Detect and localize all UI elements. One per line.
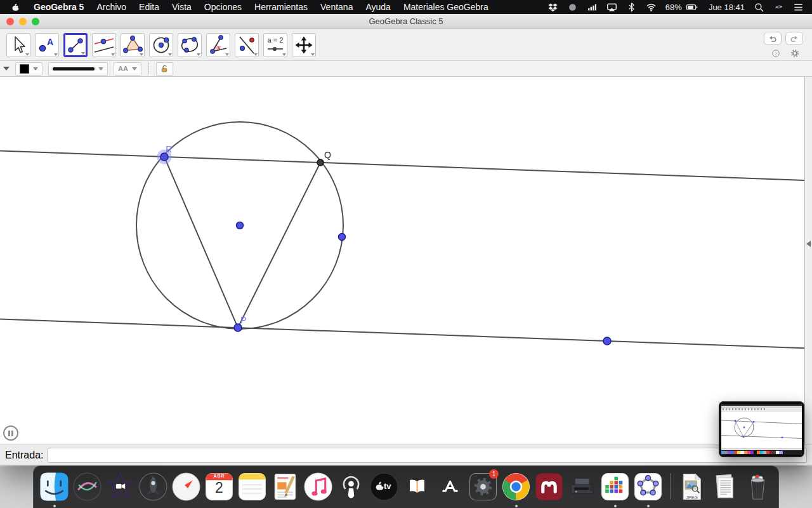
menu-herramientas[interactable]: Herramientas: [248, 2, 314, 12]
wifi-icon[interactable]: [641, 2, 661, 13]
menu-edita[interactable]: Edita: [133, 2, 166, 12]
menu-archivo[interactable]: Archivo: [90, 2, 133, 12]
line-through-P[interactable]: [0, 319, 804, 349]
dock-mendeley[interactable]: [534, 471, 565, 502]
point-on-lower-line[interactable]: [603, 337, 611, 345]
redo-button[interactable]: [785, 32, 803, 45]
tool-slider[interactable]: [263, 33, 287, 57]
point-Q[interactable]: [317, 159, 324, 166]
tool-point[interactable]: [35, 33, 59, 57]
dock-podcasts[interactable]: [336, 471, 367, 502]
label-style-button[interactable]: AA: [114, 62, 141, 76]
dock-trash[interactable]: [742, 471, 773, 502]
airplay-icon[interactable]: [602, 2, 622, 13]
dock-safari[interactable]: [171, 471, 202, 502]
panel-expand-arrow-icon[interactable]: [806, 241, 811, 247]
tool-reflect[interactable]: [235, 33, 259, 57]
menu-vista[interactable]: Vista: [166, 2, 198, 12]
tool-dropdown-caret: [81, 52, 85, 55]
dock-notes[interactable]: [237, 471, 268, 502]
status-dot-icon[interactable]: [563, 2, 582, 13]
menubar-clock[interactable]: Jue 18:41: [704, 3, 749, 12]
dock-launchpad[interactable]: [138, 471, 169, 502]
menu-ayuda[interactable]: Ayuda: [359, 2, 396, 12]
label-P: P: [240, 315, 246, 325]
lock-object-button[interactable]: [156, 62, 173, 76]
window-title-bar[interactable]: GeoGebra Classic 5: [0, 14, 812, 29]
tool-dropdown-caret: [140, 53, 143, 56]
color-picker-button[interactable]: [15, 62, 43, 76]
entrada-input[interactable]: [48, 448, 807, 463]
dock-system-preferences[interactable]: 1: [468, 471, 499, 502]
settings-gear-icon[interactable]: [790, 49, 799, 58]
dock-apple-tv[interactable]: tv: [369, 471, 400, 502]
siri-icon[interactable]: [769, 2, 789, 13]
input-bar: Entrada:: [0, 444, 812, 465]
line-through-R-Q[interactable]: [0, 151, 804, 180]
tool-polygon[interactable]: [121, 33, 145, 57]
right-panel-strip: [804, 77, 812, 444]
dock-divider[interactable]: [665, 471, 674, 502]
active-app-name[interactable]: GeoGebra 5: [27, 2, 90, 12]
dock-jpeg-file[interactable]: JPEG: [676, 471, 707, 502]
animation-pause-button[interactable]: [3, 425, 18, 441]
point-on-circle[interactable]: [339, 234, 346, 241]
tool-segment[interactable]: [63, 33, 88, 57]
window-title: GeoGebra Classic 5: [369, 17, 443, 26]
help-icon[interactable]: [771, 49, 780, 58]
tool-move-view[interactable]: [292, 33, 316, 57]
running-indicator: [614, 505, 617, 507]
menu-ventana[interactable]: Ventana: [314, 2, 359, 12]
dock-document[interactable]: [709, 471, 740, 502]
dock-calendar[interactable]: ABR 2: [204, 471, 235, 502]
apple-menu[interactable]: [4, 3, 27, 12]
toolbar-right-controls: [764, 32, 803, 58]
zoom-window-button[interactable]: [32, 18, 39, 25]
dock-app-store[interactable]: [435, 471, 466, 502]
menu-materiales-geogebra[interactable]: Materiales GeoGebra: [397, 2, 495, 12]
geogebra-window: GeoGebra Classic 5: [0, 14, 812, 465]
tool-dropdown-caret: [282, 53, 286, 56]
tool-dropdown-caret: [225, 53, 229, 56]
dock-printer[interactable]: [566, 471, 598, 502]
undo-button[interactable]: [764, 32, 782, 45]
line-style-button[interactable]: [48, 62, 108, 76]
dock-finder[interactable]: [39, 471, 70, 502]
dock-pages[interactable]: [270, 471, 301, 502]
dock-chrome[interactable]: [501, 471, 532, 502]
notification-list-icon[interactable]: [789, 2, 808, 13]
app-menus: ArchivoEditaVistaOpcionesHerramientasVen…: [90, 2, 494, 12]
dock-siri[interactable]: [72, 471, 103, 502]
minimize-window-button[interactable]: [19, 18, 27, 25]
tool-dropdown-caret: [111, 53, 115, 56]
tool-circle-center-point[interactable]: [149, 33, 173, 57]
close-window-button[interactable]: [6, 18, 14, 25]
signal-bars-icon[interactable]: [582, 2, 602, 13]
running-indicator: [53, 505, 56, 507]
graphics-canvas[interactable]: RQP: [0, 77, 804, 444]
dock-geogebra[interactable]: [632, 471, 664, 502]
segment-R-P[interactable]: [164, 157, 238, 328]
dock-music-bars-app[interactable]: [599, 471, 631, 502]
menu-opciones[interactable]: Opciones: [198, 2, 248, 12]
geogebra-toolbar: [0, 29, 812, 61]
dock-imovie[interactable]: [105, 471, 136, 502]
tool-angle[interactable]: [206, 33, 230, 57]
running-indicator: [647, 505, 650, 507]
battery-indicator[interactable]: 68%: [661, 2, 704, 13]
label-style-text: AA: [118, 65, 128, 72]
spotlight-icon[interactable]: [749, 2, 769, 13]
running-indicator: [515, 505, 518, 507]
circle-center-point[interactable]: [237, 222, 244, 229]
stylebar-collapse-caret[interactable]: [3, 67, 10, 70]
dock-books[interactable]: [402, 471, 433, 502]
screen-mirror-preview[interactable]: [719, 401, 804, 457]
mini-canvas: [721, 411, 802, 448]
tool-parallel-line[interactable]: [92, 33, 116, 57]
bluetooth-icon[interactable]: [622, 2, 641, 13]
dock-itunes[interactable]: [303, 471, 334, 502]
tool-move[interactable]: [6, 33, 30, 57]
graphics-view[interactable]: RQP: [0, 77, 812, 444]
tool-conic[interactable]: [178, 33, 202, 57]
dropbox-icon[interactable]: [543, 2, 563, 13]
